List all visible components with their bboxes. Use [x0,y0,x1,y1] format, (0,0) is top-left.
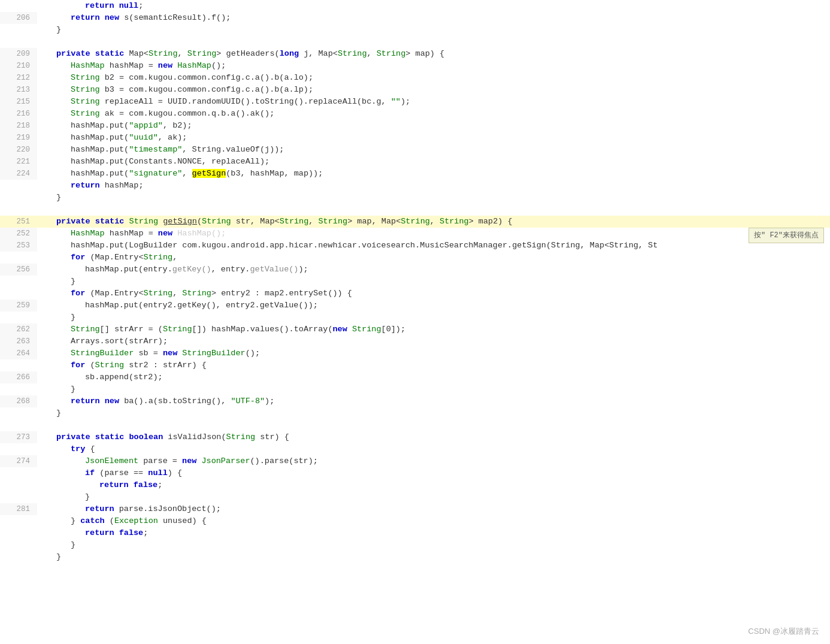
code-line: for (Map.Entry<String, [0,252,830,264]
line-content: JsonElement parse = new JsonParser().par… [37,455,830,467]
line-number: 259 [0,300,37,312]
line-number: 206 [0,12,37,24]
line-content: String b2 = com.kugou.common.config.c.a(… [37,72,830,84]
code-line: return null; [0,0,830,12]
code-line: return false; [0,479,830,491]
line-number: 210 [0,60,37,72]
line-content: return null; [37,0,830,12]
line-content: Arrays.sort(strArr); [37,335,830,347]
line-number: 264 [0,347,37,359]
code-line-highlighted: 251 private static String getSign(String… [0,216,830,228]
line-content: hashMap.put(LogBuilder com.kugou.android… [37,240,830,252]
code-line: } [0,276,830,288]
line-content: } [37,491,830,503]
line-content: private static Map<String, String> getHe… [37,48,830,60]
line-content: } [37,312,830,323]
line-content: } [37,276,830,288]
line-content: String[] strArr = (String[]) hashMap.val… [37,323,830,335]
code-line: } catch (Exception unused) { [0,515,830,527]
line-number: 252 [0,228,37,240]
code-line: 218 hashMap.put("appid", b2); [0,120,830,132]
line-content: for (Map.Entry<String, [37,252,830,264]
line-content [37,419,830,431]
line-number: 224 [0,168,37,180]
code-line: 215 String replaceAll = UUID.randomUUID(… [0,96,830,108]
code-line: 266 sb.append(str2); [0,371,830,383]
line-content: for (String str2 : strArr) { [37,359,830,371]
line-number: 273 [0,431,37,443]
code-line: } [0,407,830,419]
line-content: sb.append(str2); [37,371,830,383]
code-line: } [0,312,830,323]
line-number: 216 [0,108,37,120]
code-line [0,204,830,216]
code-line: 253 hashMap.put(LogBuilder com.kugou.and… [0,240,830,252]
line-content: private static String getSign(String str… [37,216,830,228]
line-number: 220 [0,144,37,156]
line-content: } [37,383,830,395]
line-content: } [37,539,830,551]
line-number: 263 [0,335,37,347]
line-content: return false; [37,527,830,539]
code-line: if (parse == null) { [0,467,830,479]
line-content: hashMap.put(Constants.NONCE, replaceAll)… [37,156,830,168]
line-number: 219 [0,132,37,144]
line-content: return false; [37,479,830,491]
line-content: return new s(semanticResult).f(); [37,12,830,24]
line-number: 215 [0,96,37,108]
line-number: 212 [0,72,37,84]
line-number: 218 [0,120,37,132]
code-line: return false; [0,527,830,539]
code-line: 252 HashMap hashMap = new HashMap(); 按" … [0,228,830,240]
line-content: HashMap hashMap = new HashMap(); [37,228,830,240]
code-line: 273 private static boolean isValidJson(S… [0,431,830,443]
line-content: } [37,24,830,36]
code-container: return null; 206 return new s(semanticRe… [0,0,830,644]
code-line: 206 return new s(semanticResult).f(); [0,12,830,24]
line-content: } [37,192,830,204]
line-content: StringBuilder sb = new StringBuilder(); [37,347,830,359]
line-content: HashMap hashMap = new HashMap(); [37,60,830,72]
watermark: CSDN @冰履踏青云 [748,626,819,637]
line-number: 256 [0,264,37,276]
line-content: String ak = com.kugou.common.q.b.a().ak(… [37,108,830,120]
line-number: 268 [0,395,37,407]
line-content: return hashMap; [37,180,830,192]
code-line: 212 String b2 = com.kugou.common.config.… [0,72,830,84]
code-line: 264 StringBuilder sb = new StringBuilder… [0,347,830,359]
code-line: 268 return new ba().a(sb.toString(), "UT… [0,395,830,407]
code-line: } [0,383,830,395]
line-content: hashMap.put(entry.getKey(), entry.getVal… [37,264,830,276]
line-content: hashMap.put("uuid", ak); [37,132,830,144]
code-line [0,36,830,48]
line-content [37,204,830,216]
line-content: } [37,407,830,419]
line-content: return new ba().a(sb.toString(), "UTF-8"… [37,395,830,407]
line-number: 209 [0,48,37,60]
code-editor[interactable]: return null; 206 return new s(semanticRe… [0,0,830,644]
code-line: for (String str2 : strArr) { [0,359,830,371]
code-line: for (Map.Entry<String, String> entry2 : … [0,288,830,300]
code-line: 219 hashMap.put("uuid", ak); [0,132,830,144]
code-line: 281 return parse.isJsonObject(); [0,503,830,515]
line-content: hashMap.put("timestamp", String.valueOf(… [37,144,830,156]
line-number: 281 [0,503,37,515]
code-line [0,419,830,431]
code-line: 256 hashMap.put(entry.getKey(), entry.ge… [0,264,830,276]
code-line: } [0,192,830,204]
line-content: for (Map.Entry<String, String> entry2 : … [37,288,830,300]
line-number: 221 [0,156,37,168]
line-content: } catch (Exception unused) { [37,515,830,527]
code-line: 262 String[] strArr = (String[]) hashMap… [0,323,830,335]
line-content: String replaceAll = UUID.randomUUID().to… [37,96,830,108]
code-line: 224 hashMap.put("signature", getSign(b3,… [0,168,830,180]
line-number: 213 [0,84,37,96]
code-line: 213 String b3 = com.kugou.common.config.… [0,84,830,96]
code-line: 216 String ak = com.kugou.common.q.b.a()… [0,108,830,120]
line-number: 266 [0,371,37,383]
code-line: 263 Arrays.sort(strArr); [0,335,830,347]
code-line: 274 JsonElement parse = new JsonParser()… [0,455,830,467]
code-line: 220 hashMap.put("timestamp", String.valu… [0,144,830,156]
code-line: return hashMap; [0,180,830,192]
line-number: 253 [0,240,37,252]
